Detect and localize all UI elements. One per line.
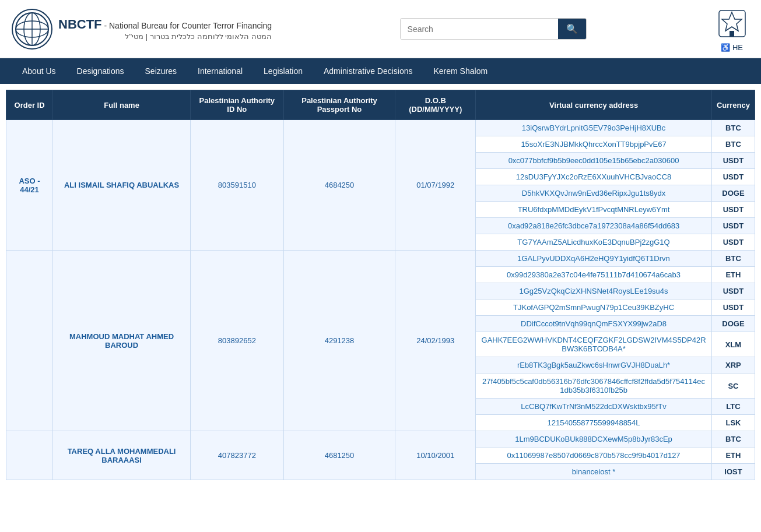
site-header: NBCTF - National Bureau for Counter Terr… [0,0,761,58]
currency-cell: DOGE [711,185,755,202]
svg-marker-6 [722,12,742,31]
nav-international[interactable]: International [187,58,253,84]
currency-cell: XRP [711,357,755,374]
col-dob: D.O.B (DD/MM/YYYY) [395,90,476,120]
pa-passport-cell: 4291238 [283,251,395,431]
pa-id-cell: 803892652 [191,251,284,431]
accessibility-icon: ♿ [721,43,730,52]
table-row: TAREQ ALLA MOHAMMEDALI BARAAASI407823772… [6,431,755,448]
address-cell: binanceiost * [476,464,712,480]
currency-cell: USDT [711,218,755,234]
col-pa-passport: Palestinian Authority Passport No [283,90,395,120]
address-cell: 0x99d29380a2e37c04e4fe75111b7d410674a6ca… [476,267,712,283]
address-cell: 1Gg25VzQkqCizXHNSNet4RoysLEe19su4s [476,283,712,300]
address-cell: GAHK7EEG2WWHVKDNT4CEQFZGKF2LGDSW2IVM4S5D… [476,332,712,357]
nav-designations[interactable]: Designations [66,58,135,84]
dob-cell: 10/10/2001 [395,431,476,480]
currency-cell: XLM [711,332,755,357]
nav-administrative-decisions[interactable]: Administrative Decisions [313,58,423,84]
pa-passport-cell: 4684250 [283,120,395,251]
currency-cell: IOST [711,464,755,480]
pa-id-cell: 803591510 [191,120,284,251]
site-title-main: NBCTF - National Bureau for Counter Terr… [58,17,272,32]
col-order-id: Order ID [6,90,53,120]
address-cell: 27f405bf5c5caf0db56316b76dfc3067846cffcf… [476,374,712,399]
order-id-cell [6,251,53,431]
address-cell: DDifCccot9tnVqh99qnQmFSXYX99jw2aD8 [476,316,712,332]
pa-id-cell: 407823772 [191,431,284,480]
name-cell: TAREQ ALLA MOHAMMEDALI BARAAASI [53,431,191,480]
ministry-logo-area: ♿ HE [714,6,749,52]
nav-kerem-shalom[interactable]: Kerem Shalom [423,58,499,84]
nav-seizures[interactable]: Seizures [135,58,187,84]
col-pa-id: Palestinian Authority ID No [191,90,284,120]
search-area: 🔍 [283,18,703,40]
address-cell: 12sDU3FyYJXc2oRzE6XXuuhVHCBJvaoCC8 [476,169,712,185]
address-cell: 0xad92a818e26fc3dbce7a1972308a4a86f54dd6… [476,218,712,234]
currency-cell: BTC [711,136,755,153]
address-cell: 1GALPyvUDDXqA6H2eHQ9Y1yidfQ6T1Drvn [476,251,712,267]
address-cell: D5hkVKXQvJnw9nEvd36eRipxJgu1ts8ydx [476,185,712,202]
logo-area: NBCTF - National Bureau for Counter Terr… [12,9,272,50]
language-label[interactable]: HE [732,43,743,52]
currency-cell: ETH [711,448,755,464]
col-virtual-address: Virtual currency address [476,90,712,120]
col-full-name: Full name [53,90,191,120]
currency-cell: USDT [711,300,755,316]
search-box: 🔍 [400,18,587,40]
address-cell: 13iQsrwBYdrLpnitG5EV79o3PeHjH8XUBc [476,120,712,136]
designations-table: Order ID Full name Palestinian Authority… [6,90,755,480]
pa-passport-cell: 4681250 [283,431,395,480]
address-cell: TJKofAGPQ2mSmnPwugN79p1Ceu39KBZyHC [476,300,712,316]
accessibility-label[interactable]: ♿ HE [721,43,743,52]
dob-cell: 24/02/1993 [395,251,476,431]
nav-about-us[interactable]: About Us [12,58,66,84]
address-cell: TG7YAAmZ5ALicdhuxKoE3DqnuBPj2zgG1Q [476,234,712,251]
address-cell: 0x11069987e8507d0669c870b578cc9f9b4017d1… [476,448,712,464]
currency-cell: DOGE [711,316,755,332]
table-row: MAHMOUD MADHAT AHMED BAROUD8038926524291… [6,251,755,267]
main-nav: About Us Designations Seizures Internati… [0,58,761,84]
search-button[interactable]: 🔍 [558,19,586,39]
search-input[interactable] [401,19,558,39]
address-cell: 121540558775599948854L [476,415,712,431]
address-cell: 1Lm9BCDUKoBUk888DCXewM5p8bJyr83cEp [476,431,712,448]
address-cell: LcCBQ7fKwTrNf3nM522dcDXWsktbx95fTv [476,399,712,415]
nav-legislation[interactable]: Legislation [253,58,313,84]
currency-cell: SC [711,374,755,399]
svg-rect-7 [730,31,734,37]
currency-cell: BTC [711,120,755,136]
address-cell: 0xc077bbfcf9b5b9eec0dd105e15b65ebc2a0306… [476,153,712,169]
currency-cell: USDT [711,202,755,218]
col-currency: Currency [711,90,755,120]
currency-cell: USDT [711,283,755,300]
name-cell: ALI ISMAIL SHAFIQ ABUALKAS [53,120,191,251]
order-id-cell: ASO - 44/21 [6,120,53,251]
data-table-container: Order ID Full name Palestinian Authority… [0,84,761,486]
currency-cell: LTC [711,399,755,415]
table-row: ASO - 44/21ALI ISMAIL SHAFIQ ABUALKAS803… [6,120,755,136]
dob-cell: 01/07/1992 [395,120,476,251]
currency-cell: ETH [711,267,755,283]
ministry-logo [714,6,749,41]
currency-cell: BTC [711,251,755,267]
title-block: NBCTF - National Bureau for Counter Terr… [58,17,272,41]
currency-cell: USDT [711,169,755,185]
order-id-cell [6,431,53,480]
currency-cell: USDT [711,234,755,251]
currency-cell: LSK [711,415,755,431]
address-cell: 15soXrE3NJBMkkQhrccXonTT9bpjpPvE67 [476,136,712,153]
site-logo [12,9,52,50]
site-title-hebrew: המטה הלאומי ללוחמה כלכלית בטרור | מטי"ל [58,32,272,41]
currency-cell: BTC [711,431,755,448]
address-cell: rEb8TK3gBgk5auZkwc6sHnwrGVJH8DuaLh* [476,357,712,374]
table-header-row: Order ID Full name Palestinian Authority… [6,90,755,120]
currency-cell: USDT [711,153,755,169]
name-cell: MAHMOUD MADHAT AHMED BAROUD [53,251,191,431]
address-cell: TRU6fdxpMMDdEykV1fPvcqtMNRLeyw6Ymt [476,202,712,218]
